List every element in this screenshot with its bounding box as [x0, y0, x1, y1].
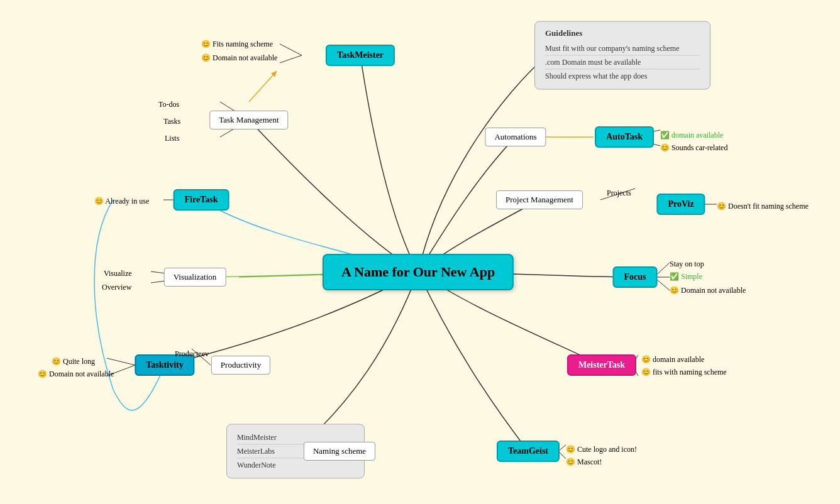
project-management-node: Project Management: [496, 190, 583, 209]
central-node: A Name for Our New App: [323, 254, 514, 290]
focus-node: Focus: [613, 266, 658, 288]
task-management-node: Task Management: [209, 111, 288, 129]
autotask-note-1: ✅ domain available: [660, 129, 723, 140]
svg-line-9: [107, 358, 135, 365]
overview-node: Overview: [102, 281, 131, 292]
autotask-note-2: 😊 Sounds car-related: [660, 141, 727, 153]
teamgeist-note-2: 😊 Mascot!: [566, 456, 602, 467]
tasktivity-note-1: 😊 Quite long: [52, 355, 95, 366]
producteev-node: Producteev: [175, 348, 209, 359]
focus-note-3: 😊 Domain not available: [670, 284, 746, 295]
teamgeist-node: TeamGeist: [497, 441, 560, 462]
visualization-node: Visualization: [164, 268, 226, 287]
focus-note-1: Stay on top: [670, 258, 704, 269]
automations-node: Automations: [485, 128, 546, 146]
firetask-node: FireTask: [174, 189, 229, 211]
taskmeister-note-2: 😊 Domain not available: [201, 52, 277, 63]
firetask-note: 😊 Already in use: [94, 195, 149, 206]
proviz-node: ProViz: [656, 194, 705, 215]
taskmeister-note-1: 😊 Fits naming scheme: [201, 38, 273, 49]
proviz-note: 😊 Doesn't fit naming scheme: [717, 200, 809, 211]
meistertask-node: MeisterTask: [567, 354, 636, 376]
productivity-node: Productivity: [211, 356, 270, 375]
teamgeist-note-1: 😊 Cute logo and icon!: [566, 443, 637, 454]
lists-node: Lists: [165, 132, 179, 143]
tasks-node: Tasks: [163, 115, 180, 126]
guideline-2: .com Domain must be available: [545, 56, 700, 70]
guidelines-title: Guidelines: [545, 28, 700, 38]
projects-subnode: Projects: [607, 187, 631, 198]
todo-node: To-dos: [158, 98, 179, 109]
meistertask-note-2: 😊 fits with naming scheme: [641, 366, 727, 377]
guideline-1: Must fit with our company's naming schem…: [545, 42, 700, 56]
focus-note-2: ✅ Simple: [670, 270, 702, 282]
meistertask-note-1: 😊 domain available: [641, 353, 704, 364]
svg-line-27: [249, 71, 277, 102]
svg-line-5: [280, 44, 302, 55]
naming-scheme-label: Naming scheme: [304, 442, 375, 461]
autotask-node: AutoTask: [595, 126, 654, 148]
taskmeister-node: TaskMeister: [326, 45, 395, 66]
tasktivity-note-2: 😊 Domain not available: [38, 368, 114, 379]
svg-line-6: [280, 55, 302, 63]
visualize-node: Visualize: [104, 267, 132, 278]
guidelines-box: Guidelines Must fit with our company's n…: [534, 21, 710, 90]
guideline-3: Should express what the app does: [545, 70, 700, 83]
